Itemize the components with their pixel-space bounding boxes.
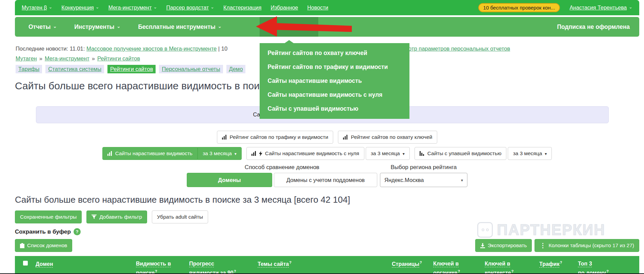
breadcrumb-site-ratings[interactable]: Рейтинги сайтов: [97, 55, 140, 61]
user-menu[interactable]: Анастасия Терентьева⌄: [569, 5, 632, 11]
help-icon[interactable]: ?: [74, 228, 81, 235]
select-all-checkbox[interactable]: [23, 261, 28, 266]
news-date: 11.01:: [70, 45, 85, 52]
chevron-down-icon: ⌄: [154, 4, 157, 10]
breadcrumb-mutagen[interactable]: Мутаген: [16, 55, 37, 61]
tag-system-stats[interactable]: Статистика системы: [45, 65, 104, 73]
grown-period-dropdown[interactable]: за 3 месяца▾: [198, 147, 242, 160]
caret-down-icon: ▾: [461, 178, 463, 183]
compare-section: Способ сравнение доменов Домены Домены с…: [15, 164, 639, 187]
fallen-visibility-button[interactable]: Сайты с упавшей видимостью: [415, 147, 507, 160]
dots-vertical-icon: ⋮: [540, 242, 546, 249]
topbar-link-mutagen[interactable]: Мутаген β⌄: [22, 5, 52, 11]
filter-row: Сохраненные фильтры Добавить фильтр Убра…: [15, 211, 639, 223]
grown-zero-button[interactable]: Сайты нарастившие видимость с нуля: [246, 147, 364, 160]
column-header-site-topics[interactable]: Темы сайта?: [258, 259, 291, 269]
menu-item-rating-by-traffic[interactable]: Рейтинг сайтов по трафику и видимости: [260, 60, 409, 74]
topbar-link-competition[interactable]: Конкуренция⌄: [61, 5, 99, 11]
table-actions-row: Список доменов Экспортировать ⋮ Колонки …: [15, 239, 639, 252]
content-wrapper: Мутаген β⌄ Конкуренция⌄ Мега-инструмент⌄…: [15, 0, 639, 274]
topbar-link-clustering[interactable]: Кластеризация: [223, 5, 261, 11]
download-icon: [480, 243, 485, 248]
grown-zero-group: Сайты нарастившие видимость с нуля за 3 …: [246, 147, 410, 160]
topbar-link-mega-tool[interactable]: Мега-инструмент⌄: [108, 5, 157, 11]
bar-chart-icon: [343, 135, 348, 140]
rating-by-traffic-button[interactable]: Рейтинг сайтов по трафику и видимости: [217, 131, 334, 144]
news-separator: | 10: [218, 45, 227, 52]
region-select-value: Яндекс.Москва: [384, 177, 424, 183]
nav-item-tools[interactable]: Инструменты⌄: [65, 17, 129, 37]
fallen-period-dropdown[interactable]: за 3 месяца▾: [508, 147, 552, 160]
tag-personal-reports[interactable]: Персональные отчеты: [159, 65, 223, 73]
domain-list-button[interactable]: Список доменов: [15, 239, 72, 252]
topbar-link-favorites[interactable]: Избранное: [270, 5, 298, 11]
table-columns-button[interactable]: ⋮ Колонки таблицы (скрыто 17 из 27): [535, 239, 639, 252]
promo-badge[interactable]: 10 бесплатных проверок кон...: [478, 3, 560, 12]
menu-item-sites-grown-visibility[interactable]: Сайты нарастившие видимость: [260, 74, 409, 88]
chevron-down-icon: ⌄: [53, 24, 57, 29]
export-button[interactable]: Экспортировать: [475, 239, 532, 252]
fallen-group: Сайты с упавшей видимостью за 3 месяца▾: [415, 147, 552, 160]
chevron-down-icon: ⌄: [96, 4, 99, 10]
bar-chart-icon: [251, 151, 256, 156]
news-prefix: Последние новости:: [16, 45, 68, 52]
navbar: Отчеты⌄ Инструменты⌄ Бесплатные инструме…: [15, 17, 639, 37]
column-header-domain[interactable]: Домен: [36, 259, 54, 269]
remove-adult-button[interactable]: Убрать adult сайты: [152, 211, 208, 223]
topbar: Мутаген β⌄ Конкуренция⌄ Мега-инструмент⌄…: [15, 0, 639, 15]
column-header-traffic[interactable]: Трафик?: [539, 259, 562, 269]
breadcrumb-separator: »: [39, 55, 42, 61]
chevron-down-icon: ⌄: [48, 4, 52, 10]
chevron-down-icon: ⌄: [117, 24, 120, 29]
rating-period-row: Сайты нарастившие видимость за 3 месяца▾…: [15, 147, 639, 160]
nav-item-free-tools[interactable]: Бесплатные инструменты⌄: [129, 17, 230, 37]
region-block: Выбор региона рейтинга Яндекс.Москва ▾: [380, 164, 467, 187]
nav-item-reports[interactable]: Отчеты⌄: [20, 17, 65, 37]
dropdown-notch: [285, 40, 294, 43]
breadcrumb-mega-tool[interactable]: Мега-инструмент: [45, 55, 89, 61]
topbar-link-wordstat-parser[interactable]: Парсер вордстат⌄: [166, 5, 214, 11]
region-select[interactable]: Яндекс.Москва ▾: [380, 173, 467, 187]
chevron-down-icon: ⌄: [210, 4, 214, 10]
rating-by-keys-button[interactable]: Рейтинг сайтов по охвату ключей: [338, 131, 437, 144]
column-header-organic-keys[interactable]: Ключей в органике?: [433, 259, 460, 274]
results-heading: Сайты больше всего нарастившие видимость…: [15, 195, 639, 205]
add-filter-button[interactable]: Добавить фильтр: [86, 211, 147, 223]
subscription-status: Подписка не оформлена: [557, 23, 639, 31]
table-actions-right: Экспортировать ⋮ Колонки таблицы (скрыто…: [475, 239, 639, 252]
menu-item-rating-by-keys-coverage[interactable]: Рейтинг сайтов по охвату ключей: [260, 46, 409, 60]
news-link-personal-reports[interactable]: Просмотр параметров персональных отчетов: [391, 45, 510, 52]
save-buffer-label: Сохранить в буфер: [15, 229, 71, 235]
saved-filters-button[interactable]: Сохраненные фильтры: [15, 211, 82, 223]
menu-item-sites-fallen-visibility[interactable]: Сайты с упавшей видимостью: [260, 102, 409, 116]
grown-zero-period-dropdown[interactable]: за 3 месяца▾: [366, 147, 410, 160]
topbar-link-news[interactable]: Новости: [307, 5, 328, 11]
column-header-progress-90[interactable]: Прогресс видимости за 90?: [189, 259, 236, 274]
news-link-mega-tool-tails[interactable]: Массовое получение хвостов в Мега-инстру…: [86, 45, 217, 52]
column-header-visibility[interactable]: Видимость в поиске?: [136, 259, 171, 274]
column-header-pages[interactable]: Страницы?: [392, 259, 422, 269]
save-buffer-row: Сохранить в буфер ?: [15, 228, 639, 235]
chevron-down-icon: ⌄: [302, 24, 305, 29]
compare-method-buttons: Домены Домены с учетом поддоменов: [187, 173, 377, 187]
rating-links-row: Рейтинг сайтов по трафику и видимости Ре…: [15, 131, 639, 144]
clipboard-icon: [20, 243, 24, 248]
grown-visibility-group: Сайты нарастившие видимость за 3 месяца▾: [102, 147, 242, 160]
bar-chart-icon: [222, 135, 227, 140]
grown-visibility-button[interactable]: Сайты нарастившие видимость: [102, 147, 198, 160]
tag-site-ratings-active[interactable]: Рейтинги сайтов: [107, 65, 156, 73]
tag-demo[interactable]: Демо: [226, 65, 246, 73]
lightning-icon: [259, 151, 262, 156]
topbar-right: 10 бесплатных проверок кон... Анастасия …: [478, 3, 632, 12]
chevron-down-icon: ⌄: [218, 24, 222, 29]
column-header-top3-domain[interactable]: Топ 3 по домену?: [578, 259, 609, 274]
menu-item-sites-grown-from-zero[interactable]: Сайты нарастившие видимость с нуля: [260, 88, 409, 102]
subdomains-button[interactable]: Домены с учетом поддоменов: [274, 173, 377, 187]
page: Мутаген β⌄ Конкуренция⌄ Мега-инструмент⌄…: [0, 0, 644, 274]
tag-tariffs[interactable]: Тарифы: [16, 65, 42, 73]
domains-button[interactable]: Домены: [187, 173, 272, 187]
column-header-context-keys[interactable]: Ключей в контексте?: [485, 259, 514, 274]
compare-method-block: Способ сравнение доменов Домены Домены с…: [187, 164, 377, 187]
breadcrumb-separator: »: [92, 55, 95, 61]
nav-item-ratings[interactable]: Рейтинги⌄ Рейтинг сайтов по охвату ключе…: [260, 17, 319, 37]
